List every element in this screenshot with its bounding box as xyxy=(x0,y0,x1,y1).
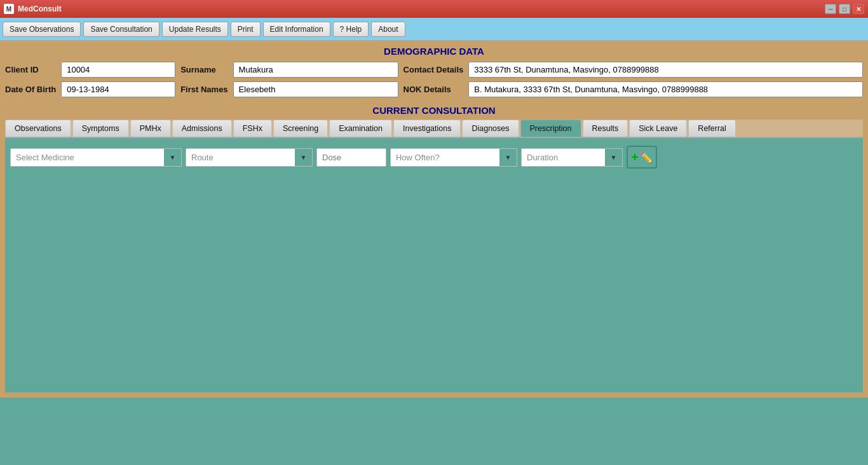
howoften-select-wrapper[interactable]: How Often? xyxy=(390,148,517,167)
app-icon: M xyxy=(4,4,14,14)
dose-input[interactable] xyxy=(316,148,386,167)
prescription-row: Select Medicine Route How Often? xyxy=(10,146,858,169)
minimize-button[interactable]: ─ xyxy=(825,4,836,14)
add-icon: + xyxy=(631,150,639,165)
consultation-section: CURRENT CONSULTATION Observations Sympto… xyxy=(5,101,863,392)
pencil-icon: ✏️ xyxy=(640,151,653,163)
title-bar: M MedConsult ─ □ ✕ xyxy=(0,0,868,18)
save-consultation-button[interactable]: Save Consultation xyxy=(83,22,159,37)
tab-admissions[interactable]: Admissions xyxy=(172,120,232,137)
client-id-label: Client ID xyxy=(5,65,56,74)
app-title: MedConsult xyxy=(18,4,62,13)
contact-details-value: 3333 67th St, Dunamtuna, Masvingo, 07889… xyxy=(468,62,863,78)
first-names-label: First Names xyxy=(180,85,227,94)
prescription-panel: Select Medicine Route How Often? xyxy=(5,138,863,392)
title-bar-left: M MedConsult xyxy=(4,4,62,14)
contact-details-label: Contact Details xyxy=(403,65,464,74)
maximize-button[interactable]: □ xyxy=(839,4,850,14)
duration-select-wrapper[interactable]: Duration xyxy=(521,148,623,167)
edit-information-button[interactable]: Edit Information xyxy=(263,22,330,37)
tab-symptoms[interactable]: Symptoms xyxy=(72,120,129,137)
main-content: DEMOGRAPHIC DATA Client ID 10004 Surname… xyxy=(0,41,868,398)
consultation-title: CURRENT CONSULTATION xyxy=(5,101,863,120)
dob-value: 09-13-1984 xyxy=(61,81,175,97)
tabs-container: Observations Symptoms PMHx Admissions FS… xyxy=(5,120,863,138)
update-results-button[interactable]: Update Results xyxy=(162,22,228,37)
about-button[interactable]: About xyxy=(371,22,405,37)
first-names-value: Elesebeth xyxy=(233,81,398,97)
tab-results[interactable]: Results xyxy=(583,120,628,137)
dob-label: Date Of Birth xyxy=(5,85,56,94)
title-bar-controls[interactable]: ─ □ ✕ xyxy=(825,4,864,14)
tab-fshx[interactable]: FSHx xyxy=(233,120,272,137)
tab-screening[interactable]: Screening xyxy=(273,120,328,137)
duration-select[interactable]: Duration xyxy=(521,148,623,167)
demographic-section: DEMOGRAPHIC DATA Client ID 10004 Surname… xyxy=(5,46,863,97)
tab-prescription[interactable]: Prescription xyxy=(520,120,581,137)
demographic-title: DEMOGRAPHIC DATA xyxy=(5,46,863,57)
save-observations-button[interactable]: Save Observations xyxy=(3,22,81,37)
howoften-select[interactable]: How Often? xyxy=(390,148,517,167)
tab-investigations[interactable]: Investigations xyxy=(393,120,461,137)
add-prescription-button[interactable]: + ✏️ xyxy=(627,146,657,169)
surname-value: Mutakura xyxy=(233,62,398,78)
help-button[interactable]: ? Help xyxy=(333,22,369,37)
route-select[interactable]: Route xyxy=(186,148,313,167)
tab-diagnoses[interactable]: Diagnoses xyxy=(462,120,519,137)
toolbar: Save Observations Save Consultation Upda… xyxy=(0,18,868,41)
tab-observations[interactable]: Observations xyxy=(5,120,71,137)
surname-label: Surname xyxy=(180,65,227,74)
nok-details-value: B. Mutakura, 3333 67th St, Dunamtuna, Ma… xyxy=(468,81,863,97)
print-button[interactable]: Print xyxy=(231,22,261,37)
route-select-wrapper[interactable]: Route xyxy=(186,148,313,167)
tab-pmhx[interactable]: PMHx xyxy=(130,120,171,137)
close-button[interactable]: ✕ xyxy=(853,4,864,14)
tab-examination[interactable]: Examination xyxy=(329,120,392,137)
demographic-grid: Client ID 10004 Surname Mutakura Contact… xyxy=(5,62,863,97)
tab-sickleave[interactable]: Sick Leave xyxy=(629,120,687,137)
client-id-value: 10004 xyxy=(61,62,175,78)
nok-details-label: NOK Details xyxy=(403,85,464,94)
tab-referral[interactable]: Referral xyxy=(688,120,735,137)
medicine-select-wrapper[interactable]: Select Medicine xyxy=(10,148,182,167)
medicine-select[interactable]: Select Medicine xyxy=(10,148,182,167)
